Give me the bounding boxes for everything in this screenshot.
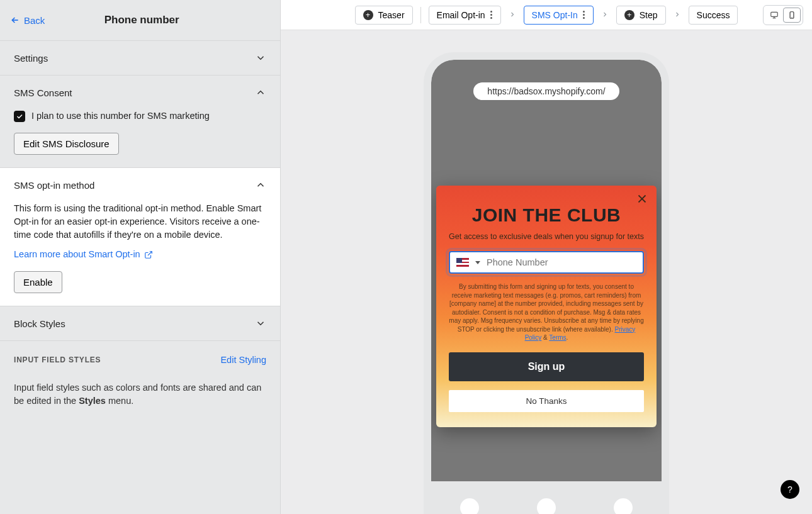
page-title: Phone number: [45, 14, 239, 26]
section-settings: Settings: [0, 41, 280, 75]
sms-disclosure-text: By submitting this form and signing up f…: [449, 282, 644, 342]
section-settings-header[interactable]: Settings: [0, 41, 280, 75]
teaser-label: Teaser: [378, 10, 405, 20]
sms-marketing-checkbox-row: I plan to use this number for SMS market…: [14, 109, 266, 123]
url-bar: https://badsox.myshopify.com/: [473, 82, 619, 100]
popup-subtitle: Get access to exclusive deals when you s…: [449, 232, 644, 241]
divider: [420, 7, 421, 23]
input-field-styles-desc: Input field styles such as colors and fo…: [0, 370, 280, 427]
help-button[interactable]: ?: [781, 480, 799, 499]
styles-desc-prefix: Input field styles such as colors and fo…: [14, 383, 261, 406]
chevron-up-icon: [255, 87, 266, 98]
device-toggle: [763, 5, 803, 25]
dot-icon: [537, 498, 556, 514]
section-sms-consent-body: I plan to use this number for SMS market…: [0, 109, 280, 167]
plus-circle-icon: +: [624, 10, 634, 20]
main-area: + Teaser Email Opt-in SMS Opt-In: [281, 0, 812, 514]
disclosure-period: .: [567, 334, 568, 341]
arrow-left-icon: [10, 15, 20, 25]
phone-screen: https://badsox.myshopify.com/ JOIN THE C…: [431, 60, 662, 514]
kebab-icon[interactable]: [490, 11, 493, 19]
learn-more-link[interactable]: Learn more about Smart Opt-in: [14, 248, 153, 261]
desktop-view-button[interactable]: [765, 8, 783, 23]
step-label: Step: [640, 10, 658, 20]
caret-down-icon[interactable]: [475, 261, 480, 264]
back-button[interactable]: Back: [10, 15, 45, 26]
phone-home-dots: [431, 481, 662, 514]
section-sms-optin-body: This form is using the traditional opt-i…: [0, 202, 280, 306]
close-button[interactable]: [635, 192, 649, 206]
sms-optin-label: SMS Opt-In: [532, 10, 578, 20]
plus-circle-icon: +: [363, 10, 373, 20]
step-success[interactable]: Success: [689, 6, 738, 25]
back-label: Back: [24, 15, 45, 26]
chevron-up-icon: [255, 179, 266, 191]
country-flag-icon[interactable]: [456, 258, 469, 267]
mobile-view-button[interactable]: [783, 8, 801, 23]
steps-topbar: + Teaser Email Opt-in SMS Opt-In: [281, 0, 812, 30]
edit-sms-disclosure-button[interactable]: Edit SMS Disclosure: [14, 133, 119, 155]
dot-icon: [460, 498, 479, 514]
chevron-down-icon: [255, 318, 266, 329]
section-settings-title: Settings: [14, 53, 48, 64]
learn-more-label: Learn more about Smart Opt-in: [14, 248, 140, 261]
input-field-styles-label: INPUT FIELD STYLES: [14, 355, 101, 364]
no-thanks-button[interactable]: No Thanks: [449, 390, 644, 412]
email-optin-label: Email Opt-in: [437, 10, 485, 20]
chevron-down-icon: [255, 52, 266, 64]
terms-link[interactable]: Terms: [549, 334, 566, 341]
success-label: Success: [697, 10, 730, 20]
chevron-right-icon: [601, 9, 609, 21]
optin-description: This form is using the traditional opt-i…: [14, 202, 266, 242]
styles-desc-bold: Styles: [79, 396, 106, 406]
section-block-styles-header[interactable]: Block Styles: [0, 306, 280, 340]
add-teaser-button[interactable]: + Teaser: [355, 6, 413, 25]
add-step-button[interactable]: + Step: [616, 6, 666, 25]
mobile-icon: [787, 11, 796, 20]
desktop-icon: [770, 11, 779, 20]
section-sms-optin-title: SMS opt-in method: [14, 180, 94, 191]
sms-marketing-label: I plan to use this number for SMS market…: [31, 109, 210, 123]
input-field-styles-header: INPUT FIELD STYLES Edit Styling: [0, 341, 280, 370]
step-sms-optin[interactable]: SMS Opt-In: [524, 6, 594, 25]
section-sms-consent: SMS Consent I plan to use this number fo…: [0, 75, 280, 168]
dot-icon: [614, 498, 633, 514]
preview-canvas: https://badsox.myshopify.com/ JOIN THE C…: [281, 30, 812, 514]
section-sms-optin-method: SMS opt-in method This form is using the…: [0, 168, 280, 306]
section-block-styles-title: Block Styles: [14, 318, 65, 329]
phone-frame: https://badsox.myshopify.com/ JOIN THE C…: [424, 52, 669, 514]
external-link-icon: [144, 250, 153, 259]
section-sms-consent-header[interactable]: SMS Consent: [0, 75, 280, 109]
kebab-icon[interactable]: [583, 11, 585, 19]
step-email-optin[interactable]: Email Opt-in: [429, 6, 501, 25]
sidebar-header: Back Phone number: [0, 0, 280, 41]
edit-styling-link[interactable]: Edit Styling: [220, 355, 266, 365]
section-sms-optin-header[interactable]: SMS opt-in method: [0, 168, 280, 202]
signup-button[interactable]: Sign up: [449, 352, 644, 381]
phone-input[interactable]: [449, 251, 644, 274]
phone-number-field[interactable]: [487, 257, 636, 267]
close-icon: [635, 192, 649, 206]
svg-rect-0: [771, 12, 778, 16]
signup-popup: JOIN THE CLUB Get access to exclusive de…: [436, 186, 657, 427]
chevron-right-icon: [509, 9, 516, 21]
popup-title: JOIN THE CLUB: [449, 204, 644, 226]
steps: + Teaser Email Opt-in SMS Opt-In: [355, 6, 738, 25]
section-block-styles: Block Styles: [0, 306, 280, 341]
enable-button[interactable]: Enable: [14, 271, 62, 293]
settings-sidebar: Back Phone number Settings SMS Consent: [0, 0, 281, 514]
section-sms-consent-title: SMS Consent: [14, 87, 72, 98]
check-icon: [16, 113, 23, 120]
disclosure-amp: &: [541, 334, 549, 341]
styles-desc-suffix: menu.: [106, 396, 133, 406]
chevron-right-icon: [674, 9, 681, 21]
sms-marketing-checkbox[interactable]: [14, 111, 25, 122]
